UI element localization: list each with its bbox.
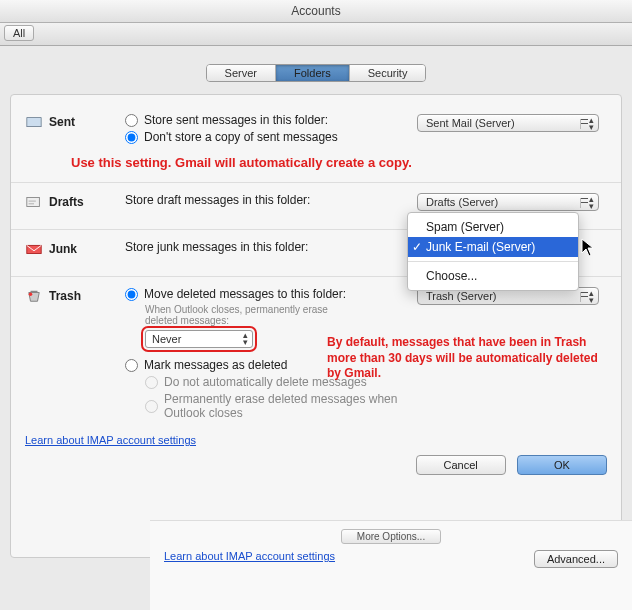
- sent-folder-popup[interactable]: Sent Mail (Server) ▴▾: [417, 114, 599, 132]
- sent-store-radio[interactable]: Store sent messages in this folder:: [125, 113, 407, 127]
- trash-section: Trash Move deleted messages to this fold…: [25, 287, 607, 423]
- advanced-button[interactable]: Advanced...: [534, 550, 618, 568]
- trash-move-label: Move deleted messages to this folder:: [144, 287, 346, 301]
- trash-sub2-radio[interactable]: Permanently erase deleted messages when …: [145, 392, 407, 420]
- junk-label: Junk: [25, 240, 115, 256]
- tab-bar: Server Folders Security: [0, 64, 632, 82]
- divider: [11, 182, 621, 183]
- menu-item-junk[interactable]: ✓Junk E-mail (Server): [408, 237, 578, 257]
- svg-rect-2: [31, 291, 38, 293]
- junk-icon: [25, 242, 43, 256]
- annotation-sent: Use this setting. Gmail will automatical…: [71, 155, 607, 170]
- more-options-button[interactable]: More Options...: [341, 529, 441, 544]
- menu-item-choose[interactable]: Choose...: [408, 266, 578, 286]
- junk-section: Junk Store junk messages in this folder:…: [25, 240, 607, 258]
- show-all-button[interactable]: All: [4, 25, 34, 41]
- drafts-label: Drafts: [25, 193, 115, 209]
- svg-rect-0: [27, 198, 40, 207]
- drafts-section: Drafts Store draft messages in this fold…: [25, 193, 607, 211]
- sent-label: Sent: [25, 113, 115, 129]
- folders-pane: Sent Store sent messages in this folder:…: [10, 94, 622, 558]
- background-panel: More Options... Learn about IMAP account…: [150, 520, 632, 610]
- tab-security[interactable]: Security: [350, 65, 426, 81]
- imap-help-link[interactable]: Learn about IMAP account settings: [25, 434, 196, 446]
- tab-server[interactable]: Server: [207, 65, 276, 81]
- sent-section: Sent Store sent messages in this folder:…: [25, 113, 607, 147]
- trash-hint: When Outlook closes, permanently erase d…: [145, 304, 355, 326]
- sent-icon: [25, 115, 43, 129]
- sent-nostore-label: Don't store a copy of sent messages: [144, 130, 338, 144]
- trash-schedule-select[interactable]: Never ▴▾: [145, 330, 253, 348]
- accounts-window: Accounts All Server Folders Security Sen…: [0, 0, 632, 610]
- toolbar: All: [0, 23, 632, 46]
- junk-folder-menu: Spam (Server) ✓Junk E-mail (Server) Choo…: [407, 212, 579, 291]
- window-title: Accounts: [0, 0, 632, 23]
- trash-label: Trash: [25, 287, 115, 303]
- cursor-icon: [581, 238, 595, 258]
- tab-folders[interactable]: Folders: [276, 65, 350, 81]
- trash-move-radio[interactable]: Move deleted messages to this folder:: [125, 287, 407, 301]
- menu-item-spam[interactable]: Spam (Server): [408, 217, 578, 237]
- svg-point-3: [29, 293, 33, 297]
- annotation-trash: By default, messages that have been in T…: [327, 335, 607, 382]
- sent-nostore-radio[interactable]: Don't store a copy of sent messages: [125, 130, 407, 144]
- sent-store-label: Store sent messages in this folder:: [144, 113, 328, 127]
- dialog-buttons: Cancel OK: [25, 455, 607, 475]
- drafts-icon: [25, 195, 43, 209]
- junk-text: Store junk messages in this folder:: [125, 240, 407, 254]
- trash-sub2-label: Permanently erase deleted messages when …: [164, 392, 407, 420]
- cancel-button[interactable]: Cancel: [416, 455, 506, 475]
- ok-button[interactable]: OK: [517, 455, 607, 475]
- imap-help-link-bg[interactable]: Learn about IMAP account settings: [164, 550, 335, 562]
- trash-mark-label: Mark messages as deleted: [144, 358, 287, 372]
- drafts-text: Store draft messages in this folder:: [125, 193, 407, 207]
- trash-icon: [25, 289, 43, 303]
- drafts-folder-popup[interactable]: Drafts (Server) ▴▾: [417, 193, 599, 211]
